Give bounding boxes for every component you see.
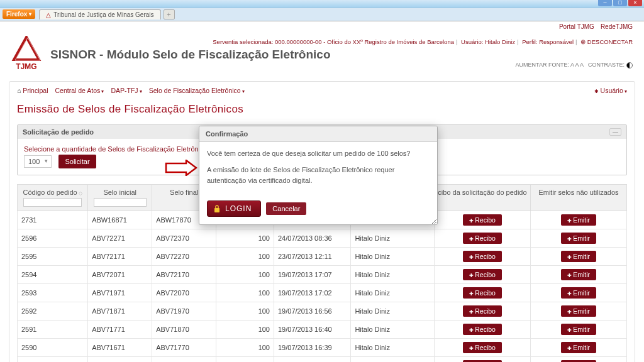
dialog-title: Confirmação (199, 126, 437, 142)
table-row: 2489ABV27429ABV284281.00015/05/2013 09:0… (18, 357, 627, 363)
cell-data: 24/07/2013 08:36 (274, 229, 350, 248)
th-recibo: cibo da solicitação do pedido (438, 189, 526, 196)
recibo-button[interactable]: Recibo (463, 251, 502, 262)
cell-data: 19/07/2013 16:56 (274, 302, 350, 321)
cell-data: 23/07/2013 12:11 (274, 248, 350, 266)
brand-title: SISNOR - Módulo Selo de Fiscalização Ele… (50, 48, 633, 62)
cancelar-button[interactable]: Cancelar (266, 202, 306, 215)
minimize-button[interactable]: – (598, 0, 612, 6)
close-button[interactable]: × (628, 0, 642, 6)
panel-title: Solicitação de pedido (23, 128, 94, 136)
recibo-button[interactable]: Recibo (463, 342, 502, 353)
solicitar-button[interactable]: Solicitar (58, 155, 96, 168)
cell-final: ABV71970 (152, 302, 216, 321)
cell-final: ABV72170 (152, 266, 216, 284)
login-button[interactable]: LOGIN (207, 200, 261, 217)
cell-qtd: 100 (216, 302, 274, 321)
cell-codigo: 2595 (18, 248, 88, 266)
cell-codigo: 2592 (18, 302, 88, 321)
table-row: 2595ABV72171ABV7227010023/07/2013 12:11H… (18, 248, 627, 266)
cell-user: Hitalo Diniz (351, 229, 435, 248)
cell-codigo: 2593 (18, 284, 88, 302)
cell-data: 19/07/2013 17:07 (274, 266, 350, 284)
cell-inicial: ABW16871 (88, 211, 152, 229)
table-row: 2594ABV72071ABV7217010019/07/2013 17:07H… (18, 266, 627, 284)
emitir-button[interactable]: Emitir (561, 214, 596, 226)
cell-final: ABV72270 (152, 248, 216, 266)
new-tab-button[interactable]: + (164, 9, 175, 19)
callout-arrow-icon (165, 160, 197, 176)
cell-codigo: 2596 (18, 229, 88, 248)
recibo-button[interactable]: Recibo (463, 214, 502, 226)
cell-final: ABV28428 (152, 357, 216, 363)
cell-inicial: ABV72071 (88, 266, 152, 284)
recibo-button[interactable]: Recibo (463, 305, 502, 317)
th-final[interactable]: Selo final (170, 189, 198, 196)
lock-icon (213, 204, 221, 213)
breadcrumb-dap[interactable]: DAP-TFJ (111, 87, 142, 94)
emitir-button[interactable]: Emitir (561, 342, 596, 353)
filter-inicial[interactable] (94, 198, 147, 207)
cell-user: Hitalo Diniz (351, 357, 435, 363)
maximize-button[interactable]: □ (613, 0, 627, 6)
recibo-button[interactable]: Recibo (463, 233, 502, 244)
emitir-button[interactable]: Emitir (561, 269, 596, 280)
cell-data: 19/07/2013 17:02 (274, 284, 350, 302)
table-row: 2590ABV71671ABV7177010019/07/2013 16:39H… (18, 339, 627, 357)
breadcrumb: Principal Central de Atos DAP-TFJ Selo d… (17, 85, 627, 99)
firefox-menu-button[interactable]: Firefox (3, 9, 35, 19)
cell-inicial: ABV71971 (88, 284, 152, 302)
cell-qtd: 100 (216, 284, 274, 302)
table-row: 2591ABV71771ABV7187010019/07/2013 16:40H… (18, 321, 627, 339)
tab-favicon: △ (46, 11, 51, 18)
table-row: 2593ABV71971ABV7207010019/07/2013 17:02H… (18, 284, 627, 302)
disconnect-link[interactable]: DESCONECTAR (580, 38, 633, 45)
cell-inicial: ABV71771 (88, 321, 152, 339)
page-title: Emissão de Selos de Fiscalização Eletrôn… (17, 103, 627, 116)
portal-link[interactable]: Portal TJMG (559, 23, 594, 30)
panel-collapse-button[interactable]: — (609, 128, 621, 136)
tjmg-logo: TJMG (11, 36, 42, 71)
breadcrumb-usuario[interactable]: Usuário (594, 87, 627, 94)
browser-tab[interactable]: △ Tribunal de Justiça de Minas Gerais (39, 9, 160, 19)
cell-user: Hitalo Diniz (351, 284, 435, 302)
dialog-text-1: Você tem certeza de que deseja solicitar… (207, 148, 430, 160)
recibo-button[interactable]: Recibo (463, 324, 502, 335)
contrast-icon[interactable] (626, 62, 633, 69)
th-codigo[interactable]: Código do pedido (23, 189, 77, 196)
cell-codigo: 2731 (18, 211, 88, 229)
filter-codigo[interactable] (23, 198, 82, 207)
breadcrumb-principal[interactable]: Principal (17, 87, 48, 94)
top-links: Portal TJMG RedeTJMG (0, 21, 644, 32)
recibo-button[interactable]: Recibo (463, 269, 502, 280)
table-row: 2596ABV72271ABV7237010024/07/2013 08:36H… (18, 229, 627, 248)
cell-final: ABV72370 (152, 229, 216, 248)
cell-final: ABV72070 (152, 284, 216, 302)
breadcrumb-central[interactable]: Central de Atos (55, 87, 104, 94)
rede-link[interactable]: RedeTJMG (601, 23, 633, 30)
cell-user: Hitalo Diniz (351, 266, 435, 284)
cell-user: Hitalo Diniz (351, 248, 435, 266)
emitir-button[interactable]: Emitir (561, 233, 596, 244)
svg-text:TJMG: TJMG (16, 62, 36, 71)
cell-user: Hitalo Diniz (351, 302, 435, 321)
svg-rect-1 (214, 208, 219, 212)
emitir-button[interactable]: Emitir (561, 251, 596, 262)
cell-final: ABV71870 (152, 321, 216, 339)
breadcrumb-selo[interactable]: Selo de Fiscalização Eletrônico (149, 87, 245, 94)
th-emitir: Emitir selos não utilizados (538, 189, 618, 196)
cell-qtd: 1.000 (216, 357, 274, 363)
recibo-button[interactable]: Recibo (463, 287, 502, 299)
confirmacao-dialog: Confirmação Você tem certeza de que dese… (199, 126, 438, 225)
dialog-text-2: A emissão do lote de Selos de Fiscalizaç… (207, 165, 430, 187)
qty-select[interactable]: 100 (24, 155, 52, 168)
emitir-button[interactable]: Emitir (561, 287, 596, 299)
emitir-button[interactable]: Emitir (561, 324, 596, 335)
cell-data: 19/07/2013 16:39 (274, 339, 350, 357)
cell-codigo: 2590 (18, 339, 88, 357)
browser-tabbar: Firefox △ Tribunal de Justiça de Minas G… (0, 8, 644, 21)
cell-qtd: 100 (216, 266, 274, 284)
emitir-button[interactable]: Emitir (561, 305, 596, 317)
th-inicial[interactable]: Selo inicial (103, 189, 136, 196)
cell-data: 19/07/2013 16:40 (274, 321, 350, 339)
